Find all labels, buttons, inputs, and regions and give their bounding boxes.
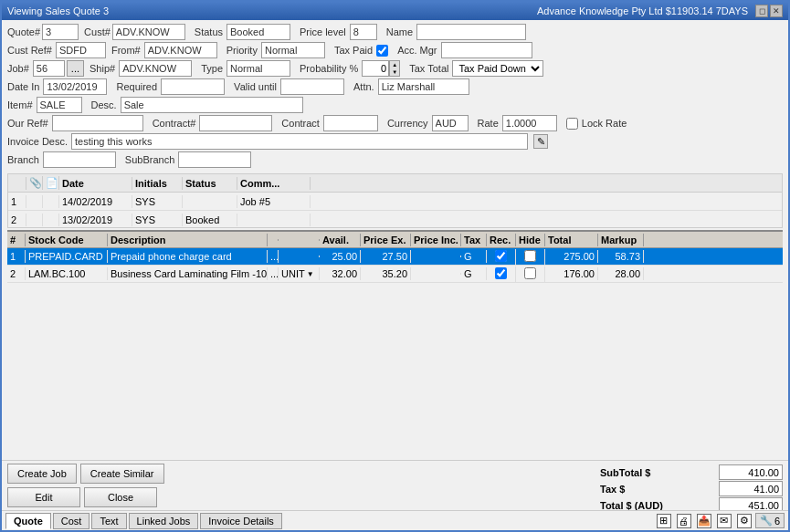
- form-row-3: Job# ... Ship# Type Probability % ▲ ▼ Ta…: [7, 60, 783, 77]
- cust-input[interactable]: ADV.KNOW: [112, 24, 185, 40]
- price-level-label: Price level: [300, 26, 346, 37]
- tax-total-select[interactable]: Tax Paid Down: [452, 60, 543, 77]
- icon-count: 🔧: [760, 515, 773, 527]
- probability-spinner[interactable]: ▲ ▼: [389, 60, 400, 77]
- probability-input[interactable]: [362, 60, 389, 77]
- form-area: Quote# 3 Cust# ADV.KNOW Status Price lev…: [2, 20, 788, 173]
- ourref-input[interactable]: [52, 115, 143, 131]
- job-input[interactable]: [33, 60, 65, 77]
- tab-text[interactable]: Text: [91, 513, 126, 529]
- prob-up-btn[interactable]: ▲: [390, 61, 399, 68]
- acc-mgr-input[interactable]: [441, 42, 532, 58]
- bottom-row-1[interactable]: 1 PREPAID.CARD Prepaid phone charge card…: [7, 248, 783, 266]
- col-price-ex: Price Ex.: [361, 234, 411, 246]
- bottom-cell-tax-2: G: [461, 267, 487, 280]
- upper-cell-attach-1: [26, 195, 43, 208]
- branch-label: Branch: [7, 154, 39, 165]
- footer-area: Create Job Create Similar Edit Close Sub…: [2, 460, 788, 510]
- bottom-cell-stockcode-2: LAM.BC.100: [26, 267, 108, 280]
- bottom-cell-total-2: 176.00: [545, 267, 598, 280]
- tax-label: Tax $: [600, 484, 634, 495]
- datein-input[interactable]: [43, 78, 107, 95]
- attn-label: Attn.: [353, 81, 374, 92]
- tab-quote[interactable]: Quote: [5, 513, 51, 529]
- custref-input[interactable]: [56, 42, 106, 58]
- tab-icon-2[interactable]: 🖨: [677, 514, 691, 528]
- currency-input[interactable]: [432, 115, 469, 131]
- icon-count-badge[interactable]: 🔧 6: [755, 513, 785, 528]
- tax-paid-checkbox[interactable]: [376, 45, 388, 57]
- priority-input[interactable]: [261, 42, 325, 58]
- upper-col-date: Date: [59, 177, 132, 190]
- tab-icon-4[interactable]: ✉: [717, 514, 732, 528]
- name-input[interactable]: [416, 24, 526, 40]
- attn-input[interactable]: [378, 78, 469, 95]
- footer-left: Create Job Create Similar Edit Close: [7, 464, 164, 506]
- upper-cell-date-2: 13/02/2019: [59, 214, 132, 226]
- upper-cell-num-1: 1: [8, 195, 26, 208]
- bottom-cell-avail-2: 32.00: [320, 267, 361, 280]
- upper-cell-note-2: [43, 214, 59, 226]
- ship-input[interactable]: [119, 60, 192, 77]
- upper-col-status: Status: [183, 177, 237, 190]
- upper-cell-note-1: [43, 195, 59, 208]
- branch-input[interactable]: [43, 151, 116, 168]
- job-browse-btn[interactable]: ...: [67, 60, 84, 77]
- item-input[interactable]: [37, 97, 82, 113]
- upper-cell-comm-1: Job #5: [237, 195, 311, 208]
- close-button[interactable]: ✕: [770, 5, 783, 17]
- price-level-input[interactable]: [350, 24, 377, 40]
- upper-cell-date-1: 14/02/2019: [59, 195, 132, 208]
- subbranch-input[interactable]: [178, 151, 251, 168]
- status-input[interactable]: [226, 24, 290, 40]
- bottom-cell-priceinc-1: [411, 256, 461, 257]
- valid-until-label: Valid until: [234, 81, 277, 92]
- type-input[interactable]: [226, 60, 290, 77]
- contract-text-input[interactable]: [323, 115, 378, 131]
- restore-button[interactable]: ◻: [755, 5, 768, 17]
- tab-linked-jobs[interactable]: Linked Jobs: [129, 513, 199, 529]
- col-dots: [268, 239, 279, 241]
- col-unit: [279, 239, 320, 241]
- invoice-desc-edit-btn[interactable]: ✎: [533, 134, 548, 149]
- close-button-footer[interactable]: Close: [84, 487, 157, 507]
- create-job-button[interactable]: Create Job: [7, 464, 77, 484]
- quote-label: Quote#: [7, 26, 40, 37]
- edit-button[interactable]: Edit: [7, 487, 80, 507]
- job-label: Job#: [7, 63, 29, 74]
- upper-grid-row-2[interactable]: 2 13/02/2019 SYS Booked: [8, 211, 782, 228]
- quote-input[interactable]: 3: [42, 24, 79, 40]
- upper-cell-initials-2: SYS: [132, 214, 183, 226]
- priority-label: Priority: [226, 45, 258, 56]
- bottom-row-2[interactable]: 2 LAM.BC.100 Business Card Laminating Fi…: [7, 266, 783, 283]
- tab-cost[interactable]: Cost: [53, 513, 90, 529]
- tab-invoice-details[interactable]: Invoice Details: [200, 513, 282, 529]
- tab-icon-1[interactable]: ⊞: [657, 514, 671, 528]
- tab-icon-5[interactable]: ⚙: [737, 514, 752, 528]
- invoice-desc-input[interactable]: [71, 133, 528, 150]
- prob-down-btn[interactable]: ▼: [390, 68, 399, 76]
- from-input[interactable]: [144, 42, 217, 58]
- contract-num-input[interactable]: [199, 115, 272, 131]
- valid-until-input[interactable]: [280, 78, 344, 95]
- bottom-table-area: # Stock Code Description Avail. Price Ex…: [7, 230, 783, 283]
- subtotal-row: SubTotal $: [600, 464, 783, 480]
- create-similar-button[interactable]: Create Similar: [80, 464, 164, 484]
- col-total: Total: [545, 234, 598, 246]
- upper-col-num: [8, 177, 26, 190]
- required-input[interactable]: [161, 78, 225, 95]
- upper-col-attach: 📎: [26, 176, 43, 190]
- bottom-cell-desc-1: Prepaid phone charge card: [108, 250, 268, 263]
- upper-col-comm: Comm...: [237, 177, 311, 190]
- bottom-cell-markup-1: 58.73: [598, 250, 644, 263]
- desc-input[interactable]: [121, 97, 303, 113]
- footer-buttons-bottom: Edit Close: [7, 487, 164, 507]
- spacer: [2, 285, 788, 460]
- lock-rate-checkbox[interactable]: [566, 118, 578, 130]
- col-stock-code: Stock Code: [26, 234, 108, 246]
- tab-icon-3[interactable]: 📤: [697, 514, 711, 528]
- upper-grid-row-1[interactable]: 1 14/02/2019 SYS Job #5: [8, 193, 782, 211]
- upper-cell-num-2: 2: [8, 214, 26, 226]
- bottom-cell-hide-2: [516, 266, 545, 282]
- rate-input[interactable]: [502, 115, 557, 131]
